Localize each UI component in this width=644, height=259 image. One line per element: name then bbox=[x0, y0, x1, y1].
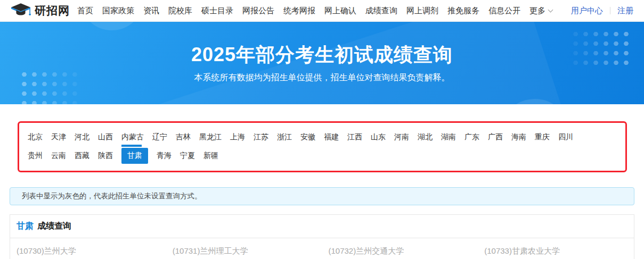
province-row-2: 贵州云南西藏陕西甘肃青海宁夏新疆 bbox=[28, 146, 617, 165]
province-河北[interactable]: 河北 bbox=[75, 129, 89, 145]
province-甘肃[interactable]: 甘肃 bbox=[121, 148, 148, 164]
province-广东[interactable]: 广东 bbox=[464, 129, 479, 145]
province-福建[interactable]: 福建 bbox=[324, 129, 339, 145]
nav-item[interactable]: 统考网报 bbox=[283, 6, 315, 16]
province-北京[interactable]: 北京 bbox=[28, 129, 43, 145]
province-湖南[interactable]: 湖南 bbox=[441, 129, 456, 145]
province-江西[interactable]: 江西 bbox=[347, 129, 362, 145]
section-header: 甘肃成绩查询 bbox=[10, 215, 634, 238]
nav-item[interactable]: 资讯 bbox=[143, 6, 159, 16]
nav-divider bbox=[610, 7, 610, 14]
top-nav: 研招网 首页国家政策资讯院校库硕士目录网报公告统考网报网上确认成绩查询网上调剂推… bbox=[0, 0, 644, 22]
province-上海[interactable]: 上海 bbox=[230, 129, 245, 145]
province-陕西[interactable]: 陕西 bbox=[98, 148, 113, 164]
hero-banner: 2025年部分考生初试成绩查询 本系统所有数据均为招生单位提供，招生单位对查询结… bbox=[0, 22, 644, 104]
province-河南[interactable]: 河南 bbox=[394, 129, 409, 145]
province-吉林[interactable]: 吉林 bbox=[176, 129, 191, 145]
notice-bar: 列表中显示为灰色的，代表此招生单位未设置查询方式。 bbox=[10, 187, 634, 205]
province-青海[interactable]: 青海 bbox=[157, 148, 172, 164]
province-江苏[interactable]: 江苏 bbox=[254, 129, 268, 145]
nav-item[interactable]: 网上调剂 bbox=[406, 6, 438, 16]
province-宁夏[interactable]: 宁夏 bbox=[180, 148, 195, 164]
province-重庆[interactable]: 重庆 bbox=[535, 129, 550, 145]
university-item: (10730)兰州大学 bbox=[10, 238, 166, 259]
nav-item[interactable]: 信息公开 bbox=[488, 6, 520, 16]
province-山西[interactable]: 山西 bbox=[98, 129, 113, 145]
province-内蒙古[interactable]: 内蒙古 bbox=[121, 129, 144, 145]
nav-item[interactable]: 推免服务 bbox=[447, 6, 479, 16]
nav-item[interactable]: 首页 bbox=[77, 6, 93, 16]
page-subtitle: 本系统所有数据均为招生单位提供，招生单位对查询结果负责解释。 bbox=[0, 72, 644, 83]
chevron-down-icon bbox=[548, 7, 553, 12]
nav-right: 用户中心 注册 bbox=[571, 6, 633, 16]
site-logo-text: 研招网 bbox=[35, 3, 70, 18]
graduation-cap-icon bbox=[11, 3, 31, 19]
province-云南[interactable]: 云南 bbox=[51, 148, 66, 164]
province-天津[interactable]: 天津 bbox=[51, 129, 66, 145]
province-四川[interactable]: 四川 bbox=[558, 129, 573, 145]
register-link[interactable]: 注册 bbox=[617, 6, 633, 16]
results-section: 甘肃成绩查询 (10730)兰州大学(10731)兰州理工大学(10732)兰州… bbox=[10, 214, 634, 259]
university-item: (10732)兰州交通大学 bbox=[322, 238, 478, 259]
province-黑龙江[interactable]: 黑龙江 bbox=[199, 129, 222, 145]
more-menu[interactable]: 更多 bbox=[529, 6, 552, 16]
nav-item[interactable]: 硕士目录 bbox=[201, 6, 233, 16]
nav-item[interactable]: 院校库 bbox=[168, 6, 192, 16]
province-row-1: 北京天津河北山西内蒙古辽宁吉林黑龙江上海江苏浙江安徽福建江西山东河南湖北湖南广东… bbox=[28, 128, 617, 146]
annotation-highlight-box: 北京天津河北山西内蒙古辽宁吉林黑龙江上海江苏浙江安徽福建江西山东河南湖北湖南广东… bbox=[18, 121, 627, 172]
university-item: (10733)甘肃农业大学 bbox=[478, 238, 634, 259]
ring-decoration-bottom bbox=[500, 99, 569, 104]
page-title: 2025年部分考生初试成绩查询 bbox=[0, 22, 644, 65]
province-安徽[interactable]: 安徽 bbox=[300, 129, 315, 145]
province-辽宁[interactable]: 辽宁 bbox=[152, 129, 167, 145]
university-item: (10731)兰州理工大学 bbox=[166, 238, 322, 259]
province-贵州[interactable]: 贵州 bbox=[28, 148, 43, 164]
nav-item[interactable]: 国家政策 bbox=[102, 6, 134, 16]
province-山东[interactable]: 山东 bbox=[371, 129, 386, 145]
nav-item[interactable]: 成绩查询 bbox=[365, 6, 397, 16]
user-center-link[interactable]: 用户中心 bbox=[571, 6, 603, 16]
selected-region-label: 甘肃 bbox=[17, 221, 34, 230]
university-list: (10730)兰州大学(10731)兰州理工大学(10732)兰州交通大学(10… bbox=[10, 238, 634, 259]
province-西藏[interactable]: 西藏 bbox=[75, 148, 89, 164]
section-title: 成绩查询 bbox=[37, 221, 71, 230]
province-新疆[interactable]: 新疆 bbox=[203, 148, 218, 164]
site-logo[interactable]: 研招网 bbox=[11, 3, 70, 19]
province-湖北[interactable]: 湖北 bbox=[418, 129, 433, 145]
province-海南[interactable]: 海南 bbox=[511, 129, 526, 145]
nav-item[interactable]: 网报公告 bbox=[242, 6, 274, 16]
province-浙江[interactable]: 浙江 bbox=[277, 129, 292, 145]
province-广西[interactable]: 广西 bbox=[488, 129, 503, 145]
main-nav: 首页国家政策资讯院校库硕士目录网报公告统考网报网上确认成绩查询网上调剂推免服务信… bbox=[77, 6, 520, 16]
nav-item[interactable]: 网上确认 bbox=[324, 6, 356, 16]
more-menu-label: 更多 bbox=[529, 6, 545, 16]
